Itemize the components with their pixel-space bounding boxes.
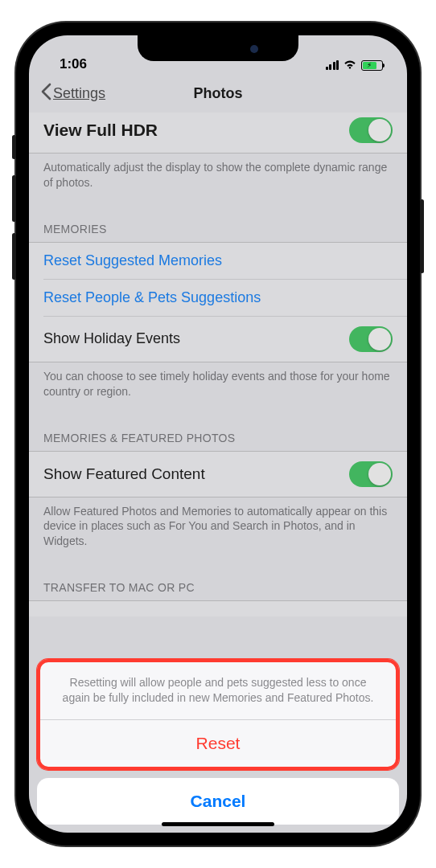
reset-suggested-memories-row[interactable]: Reset Suggested Memories bbox=[29, 243, 407, 279]
power-button bbox=[420, 199, 424, 273]
reset-people-pets-row[interactable]: Reset People & Pets Suggestions bbox=[29, 280, 407, 316]
device-frame: 1:06 ⚡︎ Sett bbox=[16, 23, 420, 845]
cancel-button[interactable]: Cancel bbox=[37, 778, 399, 825]
wifi-icon bbox=[343, 58, 357, 72]
back-label: Settings bbox=[53, 85, 105, 102]
screen: 1:06 ⚡︎ Sett bbox=[29, 35, 407, 833]
reset-suggested-label: Reset Suggested Memories bbox=[43, 252, 222, 269]
action-sheet: Resetting will allow people and pets sug… bbox=[37, 659, 399, 825]
cellular-signal-icon bbox=[326, 60, 339, 70]
home-indicator[interactable] bbox=[162, 822, 274, 826]
reset-people-label: Reset People & Pets Suggestions bbox=[43, 289, 261, 306]
memories-group: Reset Suggested Memories Reset People & … bbox=[29, 242, 407, 362]
view-full-hdr-row[interactable]: View Full HDR bbox=[29, 113, 407, 153]
show-featured-content-row[interactable]: Show Featured Content bbox=[29, 452, 407, 497]
nav-bar: Settings Photos bbox=[29, 74, 407, 113]
silence-switch bbox=[12, 135, 16, 159]
featured-header: MEMORIES & FEATURED PHOTOS bbox=[29, 414, 407, 451]
hdr-label: View Full HDR bbox=[43, 121, 158, 140]
hdr-footer: Automatically adjust the display to show… bbox=[29, 154, 407, 205]
back-button[interactable]: Settings bbox=[40, 83, 105, 104]
transfer-header: TRANSFER TO MAC OR PC bbox=[29, 563, 407, 600]
volume-up-button bbox=[12, 175, 16, 222]
show-holiday-events-row[interactable]: Show Holiday Events bbox=[29, 317, 407, 362]
action-sheet-message: Resetting will allow people and pets sug… bbox=[40, 662, 396, 720]
hdr-toggle[interactable] bbox=[349, 117, 393, 143]
charging-bolt-icon: ⚡︎ bbox=[367, 61, 372, 69]
notch bbox=[138, 35, 298, 61]
featured-label: Show Featured Content bbox=[43, 465, 205, 483]
featured-footer: Allow Featured Photos and Memories to au… bbox=[29, 497, 407, 564]
holiday-label: Show Holiday Events bbox=[43, 330, 180, 347]
featured-toggle[interactable] bbox=[349, 461, 393, 487]
hdr-group: View Full HDR bbox=[29, 113, 407, 154]
volume-down-button bbox=[12, 233, 16, 280]
reset-button[interactable]: Reset bbox=[40, 720, 396, 767]
chevron-left-icon bbox=[40, 83, 51, 104]
settings-content: View Full HDR Automatically adjust the d… bbox=[29, 113, 407, 616]
transfer-group-partial bbox=[29, 600, 407, 616]
holiday-toggle[interactable] bbox=[349, 326, 393, 352]
featured-group: Show Featured Content bbox=[29, 451, 407, 497]
action-sheet-group: Resetting will allow people and pets sug… bbox=[37, 659, 399, 770]
holiday-footer: You can choose to see timely holiday eve… bbox=[29, 362, 407, 414]
memories-header: MEMORIES bbox=[29, 205, 407, 242]
battery-icon: ⚡︎ bbox=[361, 60, 383, 71]
